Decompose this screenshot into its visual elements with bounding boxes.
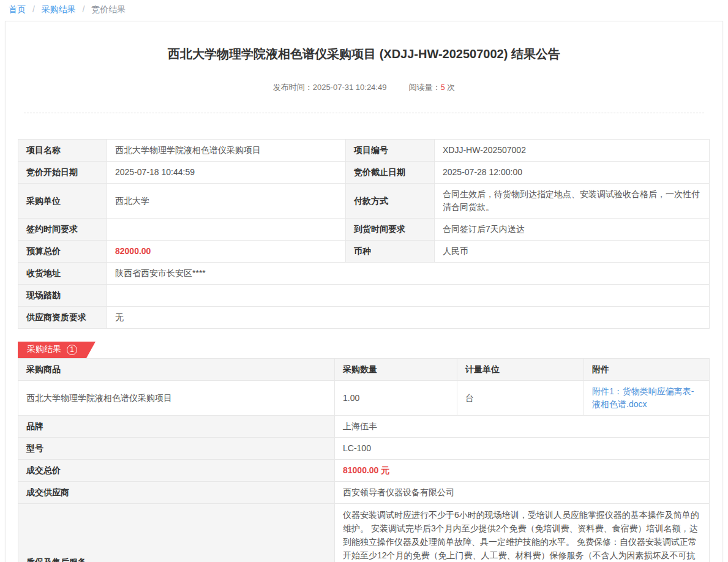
site-survey-label: 现场踏勘 — [18, 285, 107, 307]
project-info-table: 项目名称 西北大学物理学院液相色谱仪采购项目 项目编号 XDJJ-HW-2025… — [18, 139, 710, 329]
breadcrumb-current-page: 竞价结果 — [91, 4, 126, 14]
supplier-qualification-label: 供应商资质要求 — [18, 307, 107, 329]
table-row: 成交供应商 西安领导者仪器设备有限公司 — [18, 482, 710, 504]
bid-start-label: 竞价开始日期 — [18, 162, 107, 184]
breadcrumb-separator: / — [32, 4, 35, 14]
site-survey-value — [107, 285, 710, 307]
brand-value: 上海伍丰 — [335, 416, 710, 438]
table-row: 现场踏勘 — [18, 285, 710, 307]
purchaser-label: 采购单位 — [18, 184, 107, 219]
attachment-cell: 附件1：货物类响应偏离表-液相色谱.docx — [584, 381, 710, 416]
project-number-label: 项目编号 — [346, 140, 435, 162]
col-header-quantity: 采购数量 — [335, 359, 457, 381]
table-row: 预算总价 82000.00 币种 人民币 — [18, 241, 710, 263]
table-row: 品牌 上海伍丰 — [18, 416, 710, 438]
bid-deadline-label: 竞价截止日期 — [346, 162, 435, 184]
attachment-link[interactable]: 附件1：货物类响应偏离表-液相色谱.docx — [592, 385, 701, 411]
tab-purchase-result: 采购结果 1 — [18, 342, 96, 358]
winning-supplier-value: 西安领导者仪器设备有限公司 — [335, 482, 710, 504]
purchase-result-table: 采购商品 采购数量 计量单位 附件 西北大学物理学院液相色谱仪采购项目 1.00… — [18, 358, 710, 562]
table-row: 采购单位 西北大学 付款方式 合同生效后，待货物到达指定地点、安装调试验收合格后… — [18, 184, 710, 219]
col-header-unit: 计量单位 — [457, 359, 584, 381]
payment-method-label: 付款方式 — [346, 184, 435, 219]
supplier-qualification-value: 无 — [107, 307, 710, 329]
announcement-body: 项目名称 西北大学物理学院液相色谱仪采购项目 项目编号 XDJJ-HW-2025… — [6, 113, 722, 562]
table-row: 供应商资质要求 无 — [18, 307, 710, 329]
model-label: 型号 — [18, 438, 335, 460]
announcement-header: 西北大学物理学院液相色谱仪采购项目 (XDJJ-HW-202507002) 结果… — [6, 21, 722, 113]
announcement-card: 西北大学物理学院液相色谱仪采购项目 (XDJJ-HW-202507002) 结果… — [5, 21, 723, 562]
project-name-value: 西北大学物理学院液相色谱仪采购项目 — [107, 140, 346, 162]
signing-time-label: 签约时间要求 — [18, 219, 107, 241]
table-row: 质保及售后服务 仪器安装调试时应进行不少于6小时的现场培训，受培训人员应能掌握仪… — [18, 504, 710, 562]
deal-price-value: 81000.00 元 — [335, 460, 710, 482]
payment-method-value: 合同生效后，待货物到达指定地点、安装调试验收合格后，一次性付清合同货款。 — [435, 184, 710, 219]
result-count-badge: 1 — [67, 345, 77, 355]
project-number-value: XDJJ-HW-202507002 — [435, 140, 710, 162]
budget-total-value: 82000.00 — [107, 241, 346, 263]
page-title: 西北大学物理学院液相色谱仪采购项目 (XDJJ-HW-202507002) 结果… — [24, 46, 704, 62]
project-name-label: 项目名称 — [18, 140, 107, 162]
publish-time-value: 2025-07-31 10:24:49 — [313, 83, 387, 92]
delivery-address-value: 陕西省西安市长安区**** — [107, 263, 710, 285]
table-row: 项目名称 西北大学物理学院液相色谱仪采购项目 项目编号 XDJJ-HW-2025… — [18, 140, 710, 162]
purchaser-value: 西北大学 — [107, 184, 346, 219]
table-row: 成交总价 81000.00 元 — [18, 460, 710, 482]
bid-deadline-value: 2025-07-28 12:00:00 — [435, 162, 710, 184]
col-header-product: 采购商品 — [18, 359, 335, 381]
table-row: 型号 LC-100 — [18, 438, 710, 460]
breadcrumb-separator: / — [83, 4, 85, 14]
publish-time-label: 发布时间： — [273, 83, 313, 92]
breadcrumb-purchase-results-link[interactable]: 采购结果 — [42, 4, 76, 14]
delivery-time-label: 到货时间要求 — [346, 219, 435, 241]
deal-price-label: 成交总价 — [18, 460, 335, 482]
table-row: 竞价开始日期 2025-07-18 10:44:59 竞价截止日期 2025-0… — [18, 162, 710, 184]
brand-label: 品牌 — [18, 416, 335, 438]
delivery-time-value: 合同签订后7天内送达 — [435, 219, 710, 241]
table-row: 签约时间要求 到货时间要求 合同签订后7天内送达 — [18, 219, 710, 241]
budget-total-label: 预算总价 — [18, 241, 107, 263]
tab-purchase-result-label: 采购结果 — [27, 344, 61, 355]
breadcrumb: 首页 / 采购结果 / 竞价结果 — [0, 0, 728, 21]
winning-supplier-label: 成交供应商 — [18, 482, 335, 504]
table-row: 收货地址 陕西省西安市长安区**** — [18, 263, 710, 285]
signing-time-value — [107, 219, 346, 241]
table-header-row: 采购商品 采购数量 计量单位 附件 — [18, 359, 710, 381]
unit-cell: 台 — [457, 381, 584, 416]
product-name-cell: 西北大学物理学院液相色谱仪采购项目 — [18, 381, 335, 416]
bid-start-value: 2025-07-18 10:44:59 — [107, 162, 346, 184]
warranty-service-label: 质保及售后服务 — [18, 504, 335, 562]
views-unit: 次 — [447, 83, 455, 92]
views-label: 阅读量： — [408, 83, 440, 92]
delivery-address-label: 收货地址 — [18, 263, 107, 285]
currency-label: 币种 — [346, 241, 435, 263]
warranty-service-value: 仪器安装调试时应进行不少于6小时的现场培训，受培训人员应能掌握仪器的基本操作及简… — [335, 504, 710, 562]
views-count: 5 — [440, 83, 445, 92]
col-header-attachment: 附件 — [584, 359, 710, 381]
table-row: 西北大学物理学院液相色谱仪采购项目 1.00 台 附件1：货物类响应偏离表-液相… — [18, 381, 710, 416]
quantity-cell: 1.00 — [335, 381, 457, 416]
model-value: LC-100 — [335, 438, 710, 460]
currency-value: 人民币 — [435, 241, 710, 263]
breadcrumb-home-link[interactable]: 首页 — [9, 4, 26, 14]
publish-info-line: 发布时间：2025-07-31 10:24:49阅读量：5 次 — [24, 82, 704, 113]
